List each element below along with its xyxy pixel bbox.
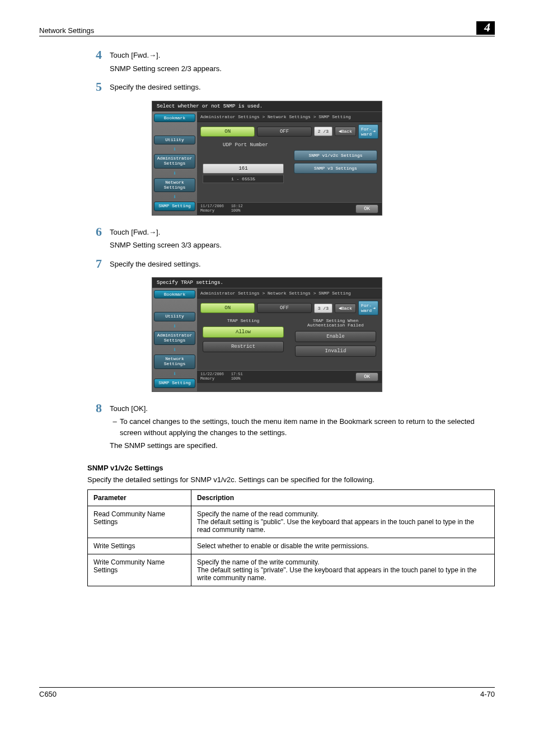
forward-button[interactable]: For- ward➜ <box>358 124 378 139</box>
arrow-right-icon: ➜ <box>373 129 376 134</box>
off-button[interactable]: OFF <box>257 303 311 313</box>
back-button[interactable]: ◄Back <box>335 127 356 136</box>
status-bar: 11/22/2006 17:51 Memory 100% <box>200 372 243 381</box>
section-heading: SNMP v1/v2c Settings <box>87 464 495 472</box>
arrow-right-icon: ➜ <box>373 306 376 311</box>
page-footer: C650 4-70 <box>39 687 495 698</box>
page-indicator: 3 /3 <box>314 304 332 313</box>
breadcrumb: Administrator Settings > Network Setting… <box>197 288 382 298</box>
step-number: 7 <box>87 258 110 272</box>
snmp-v1v2c-settings-button[interactable]: SNMP v1/v2c Settings <box>294 150 377 161</box>
on-button[interactable]: ON <box>200 303 255 313</box>
screen-instruction: Specify TRAP settings. <box>152 278 382 288</box>
param-desc: Specify the name of the write community.… <box>191 554 495 586</box>
dash-bullet: – <box>110 416 120 438</box>
on-button[interactable]: ON <box>200 127 255 137</box>
screenshot-snmp-3of3: Specify TRAP settings. Bookmark Utility … <box>152 277 382 392</box>
sidebar-item-utility[interactable]: Utility <box>154 136 195 145</box>
step-text: Touch [Fwd.→]. <box>110 50 495 61</box>
trap-auth-fail-label: TRAP Setting When Authentication Failed <box>293 319 378 328</box>
header-left: Network Settings <box>39 26 94 35</box>
chevron-down-icon: ⬇ <box>154 323 195 330</box>
udp-port-label: UDP Port Number <box>197 141 289 148</box>
sidebar-item-network[interactable]: Network Settings <box>154 354 195 369</box>
step-7: 7 Specify the desired settings. <box>87 258 495 272</box>
ok-button[interactable]: OK <box>355 372 378 381</box>
step-text: Specify the desired settings. <box>110 259 495 270</box>
table-row: Write Settings Select whether to enable … <box>88 538 495 554</box>
bookmark-button[interactable]: Bookmark <box>154 114 195 122</box>
step-4: 4 Touch [Fwd.→]. SNMP Setting screen 2/3… <box>87 49 495 76</box>
restrict-button[interactable]: Restrict <box>203 341 284 352</box>
param-desc: Select whether to enable or disable the … <box>191 538 495 554</box>
step-note: To cancel changes to the settings, touch… <box>120 416 495 438</box>
sidebar-item-utility[interactable]: Utility <box>154 312 195 321</box>
table-header-description: Description <box>191 489 495 506</box>
invalid-button[interactable]: Invalid <box>295 346 376 357</box>
sidebar-item-admin[interactable]: Administrator Settings <box>154 154 195 169</box>
table-header-parameter: Parameter <box>88 489 191 506</box>
step-number: 8 <box>87 402 110 454</box>
screen-instruction: Select whether or not SNMP is used. <box>152 101 382 111</box>
step-number: 4 <box>87 49 110 76</box>
chevron-down-icon: ⬇ <box>154 193 195 200</box>
off-button[interactable]: OFF <box>257 127 311 137</box>
param-desc: Specify the name of the read community. … <box>191 506 495 538</box>
param-name: Read Community Name Settings <box>88 506 191 538</box>
step-8: 8 Touch [OK]. – To cancel changes to the… <box>87 402 495 454</box>
step-text: SNMP Setting screen 3/3 appears. <box>110 240 495 251</box>
chevron-down-icon: ⬇ <box>154 370 195 377</box>
chevron-down-icon: ⬇ <box>154 170 195 177</box>
bookmark-button[interactable]: Bookmark <box>154 290 195 298</box>
step-text: The SNMP settings are specified. <box>110 440 495 451</box>
breadcrumb: Administrator Settings > Network Setting… <box>197 111 382 122</box>
header-chapter-number: 4 <box>476 21 495 35</box>
chevron-down-icon: ⬇ <box>154 146 195 153</box>
bookmark-sidebar: Bookmark Utility ⬇ Administrator Setting… <box>152 288 197 391</box>
udp-port-value[interactable]: 161 <box>203 164 284 174</box>
sidebar-item-snmp[interactable]: SNMP Setting <box>154 379 195 388</box>
parameter-table: Parameter Description Read Community Nam… <box>87 489 495 586</box>
bookmark-sidebar: Bookmark Utility ⬇ Administrator Setting… <box>152 111 197 215</box>
page-indicator: 2 /3 <box>314 127 332 136</box>
forward-button[interactable]: For- ward➜ <box>358 301 378 315</box>
sidebar-item-network[interactable]: Network Settings <box>154 178 195 193</box>
section-intro: Specify the detailed settings for SNMP v… <box>87 475 495 484</box>
step-5: 5 Specify the desired settings. <box>87 81 495 95</box>
allow-button[interactable]: Allow <box>203 326 284 338</box>
footer-model: C650 <box>39 690 57 698</box>
footer-page: 4-70 <box>480 690 495 698</box>
screenshot-snmp-2of3: Select whether or not SNMP is used. Book… <box>152 101 382 216</box>
udp-port-range: 1 - 65535 <box>203 175 284 183</box>
ok-button[interactable]: OK <box>355 204 378 213</box>
table-row: Read Community Name Settings Specify the… <box>88 506 495 538</box>
step-number: 5 <box>87 81 110 95</box>
page-header: Network Settings 4 <box>39 21 495 36</box>
step-number: 6 <box>87 226 110 253</box>
param-name: Write Settings <box>88 538 191 554</box>
trap-setting-label: TRAP Setting <box>200 319 286 323</box>
status-bar: 11/17/2006 18:12 Memory 100% <box>200 204 243 213</box>
param-name: Write Community Name Settings <box>88 554 191 586</box>
step-text: SNMP Setting screen 2/3 appears. <box>110 63 495 74</box>
step-6: 6 Touch [Fwd.→]. SNMP Setting screen 3/3… <box>87 226 495 253</box>
step-text: Touch [OK]. <box>110 403 495 414</box>
table-row: Write Community Name Settings Specify th… <box>88 554 495 586</box>
enable-button[interactable]: Enable <box>295 331 376 342</box>
step-text: Touch [Fwd.→]. <box>110 227 495 238</box>
chevron-down-icon: ⬇ <box>154 346 195 353</box>
back-button[interactable]: ◄Back <box>335 304 356 313</box>
sidebar-item-admin[interactable]: Administrator Settings <box>154 331 195 346</box>
snmp-v3-settings-button[interactable]: SNMP v3 Settings <box>294 163 377 174</box>
sidebar-item-snmp[interactable]: SNMP Setting <box>154 202 195 211</box>
step-text: Specify the desired settings. <box>110 82 495 93</box>
